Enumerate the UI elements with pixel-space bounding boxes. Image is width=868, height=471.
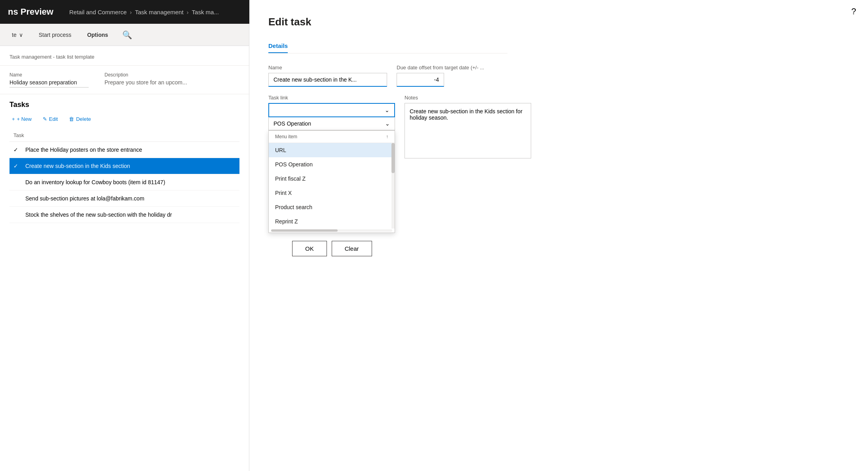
breadcrumb: Retail and Commerce › Task management › …	[69, 9, 219, 15]
tasks-title: Tasks	[9, 101, 239, 109]
breadcrumb-item-1[interactable]: Retail and Commerce	[69, 9, 127, 15]
h-scrollbar-thumb[interactable]	[271, 229, 338, 232]
form-group-due-date: Due date offset from target date (+/- ..…	[397, 65, 507, 87]
desc-label: Description	[104, 72, 187, 78]
right-panel: ? Edit task Details Name Due date offset…	[249, 0, 868, 471]
form-group-name: Name	[268, 65, 387, 87]
page-header: Task management - task list template	[0, 46, 249, 66]
tasks-section: Tasks + + New ✎ Edit 🗑 Delete Task ✓ Pla…	[0, 94, 249, 229]
task-item-selected[interactable]: ✓ Create new sub-section in the Kids sec…	[9, 158, 239, 174]
edit-task-panel: Edit task Details Name Due date offset f…	[249, 0, 526, 272]
form-group-task-link: Task link ⌄ POS Operation ⌄	[268, 95, 395, 233]
dropdown-item-pos[interactable]: POS Operation	[269, 157, 395, 172]
edit-task-title: Edit task	[268, 16, 507, 28]
dropdown-scroll-area: URL POS Operation Print fiscal Z Print X…	[269, 143, 395, 229]
pos-chevron-icon: ⌄	[385, 120, 390, 127]
pos-operation-selected[interactable]: POS Operation ⌄	[268, 117, 395, 130]
task-link-dropdown[interactable]: ⌄ POS Operation ⌄ Menu item ↑	[268, 103, 395, 233]
due-date-label: Due date offset from target date (+/- ..…	[397, 65, 507, 71]
name-field-label: Name	[268, 65, 387, 71]
notes-textarea[interactable]: Create new sub-section in the Kids secti…	[405, 103, 531, 158]
clear-button[interactable]: Clear	[332, 241, 372, 256]
name-field[interactable]	[268, 73, 387, 87]
new-task-button[interactable]: + + New	[9, 114, 34, 124]
pos-operation-label: POS Operation	[274, 120, 311, 127]
chevron-down-icon: ⌄	[385, 107, 389, 113]
detail-tabs: Details	[268, 39, 507, 53]
form-row-1: Name Due date offset from target date (+…	[268, 65, 507, 87]
chevron-icon-1: ›	[130, 9, 132, 15]
options-button[interactable]: Options	[83, 29, 112, 40]
task-label-4: Send sub-section pictures at lola@fabrik…	[25, 195, 144, 202]
help-icon[interactable]: ?	[851, 6, 856, 17]
ok-button[interactable]: OK	[292, 241, 327, 256]
desc-value: Prepare you store for an upcom...	[104, 79, 187, 86]
meta-row: Name Holiday season preparation Descript…	[9, 72, 239, 88]
dropdown-subheader: Menu item ↑	[269, 131, 395, 143]
meta-col-desc: Description Prepare you store for an upc…	[104, 72, 187, 88]
meta-col-name: Name Holiday season preparation	[9, 72, 89, 88]
task-item[interactable]: ✓ Place the Holiday posters on the store…	[9, 142, 239, 158]
breadcrumb-item-2[interactable]: Task management	[135, 9, 184, 15]
task-label-5: Stock the shelves of the new sub-section…	[25, 212, 172, 218]
modal-buttons: OK Clear	[292, 241, 507, 256]
search-button[interactable]: 🔍	[120, 28, 135, 42]
scrollbar-track[interactable]	[391, 143, 395, 229]
task-label-3: Do an inventory lookup for Cowboy boots …	[25, 179, 165, 185]
dropdown-item-product-search[interactable]: Product search	[269, 200, 395, 214]
task-list-header: Task	[9, 129, 239, 142]
dropdown-item-print-fiscal[interactable]: Print fiscal Z	[269, 172, 395, 186]
sort-icon: ↑	[386, 134, 388, 139]
top-nav: ns Preview Retail and Commerce › Task ma…	[0, 0, 249, 24]
toolbar: te ∨ Start process Options 🔍	[0, 24, 249, 46]
due-date-field[interactable]	[397, 73, 444, 87]
h-scrollbar-track	[271, 229, 392, 232]
task-item-5[interactable]: Stock the shelves of the new sub-section…	[9, 207, 239, 223]
chevron-icon-2: ›	[187, 9, 189, 15]
task-link-label: Task link	[268, 95, 395, 101]
plus-icon: +	[12, 116, 15, 122]
form-group-notes: Notes Create new sub-section in the Kids…	[405, 95, 531, 158]
dropdown-list: Menu item ↑ URL POS Operation Print fisc…	[268, 130, 395, 233]
dropdown-trigger[interactable]: ⌄	[268, 103, 395, 117]
tasks-toolbar: + + New ✎ Edit 🗑 Delete	[9, 114, 239, 124]
delete-icon: 🗑	[69, 116, 74, 122]
start-process-button[interactable]: Start process	[35, 29, 75, 40]
task-col-header: Task	[13, 132, 24, 138]
page-subtitle: Task management - task list template	[9, 54, 239, 60]
left-panel: ns Preview Retail and Commerce › Task ma…	[0, 0, 249, 471]
task-label: Place the Holiday posters on the store e…	[25, 147, 142, 153]
notes-label: Notes	[405, 95, 531, 101]
meta-section: Name Holiday season preparation Descript…	[0, 66, 249, 94]
tab-details[interactable]: Details	[268, 39, 288, 53]
app-title: ns Preview	[8, 7, 53, 17]
dropdown-item-print-x[interactable]: Print X	[269, 186, 395, 200]
menu-item-label: Menu item	[275, 134, 297, 139]
task-item-4[interactable]: Send sub-section pictures at lola@fabrik…	[9, 191, 239, 207]
breadcrumb-item-3: Task ma...	[192, 9, 219, 15]
task-item-3[interactable]: Do an inventory lookup for Cowboy boots …	[9, 174, 239, 191]
dropdown-item-url[interactable]: URL	[269, 143, 395, 157]
dropdown-item-reprint-z[interactable]: Reprint Z	[269, 214, 395, 229]
name-value: Holiday season preparation	[9, 79, 89, 88]
scrollbar-thumb[interactable]	[391, 143, 395, 173]
edit-task-button[interactable]: ✎ Edit	[40, 114, 60, 124]
delete-task-button[interactable]: 🗑 Delete	[66, 114, 93, 124]
name-label: Name	[9, 72, 89, 78]
check-icon-selected: ✓	[13, 163, 21, 169]
form-row-2: Task link ⌄ POS Operation ⌄	[268, 95, 507, 233]
edit-icon: ✎	[43, 116, 47, 122]
back-button[interactable]: te ∨	[8, 29, 27, 40]
chevron-down-icon: ∨	[19, 32, 23, 38]
task-label-selected: Create new sub-section in the Kids secti…	[25, 163, 130, 169]
check-icon: ✓	[13, 147, 21, 153]
